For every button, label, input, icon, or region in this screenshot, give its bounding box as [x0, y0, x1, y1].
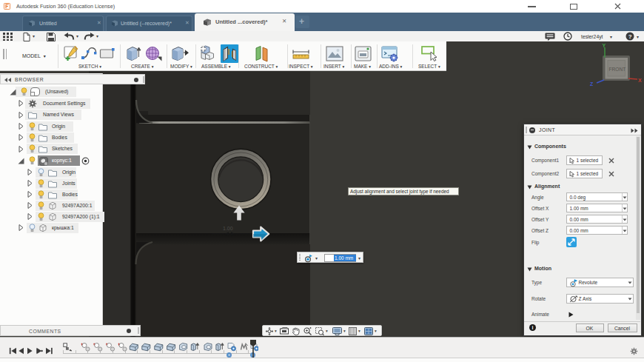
svg-text:1.00: 1.00	[223, 226, 233, 231]
svg-text:FRONT: FRONT	[609, 67, 626, 72]
svg-text:X: X	[638, 78, 642, 83]
svg-text:Y: Y	[603, 43, 606, 48]
svg-text:Z: Z	[590, 81, 594, 87]
svg-text:?: ?	[628, 33, 632, 40]
